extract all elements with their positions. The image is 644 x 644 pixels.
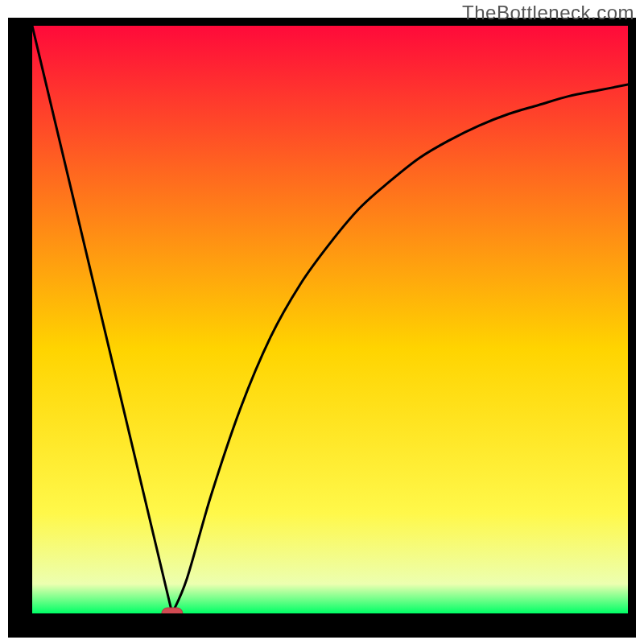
chart-svg <box>32 26 628 613</box>
plot-area <box>32 26 628 613</box>
gradient-background <box>32 26 628 613</box>
plot-frame <box>8 18 636 638</box>
optimal-marker <box>162 608 183 613</box>
watermark-text: TheBottleneck.com <box>462 2 634 24</box>
chart-container: TheBottleneck.com <box>0 0 644 644</box>
